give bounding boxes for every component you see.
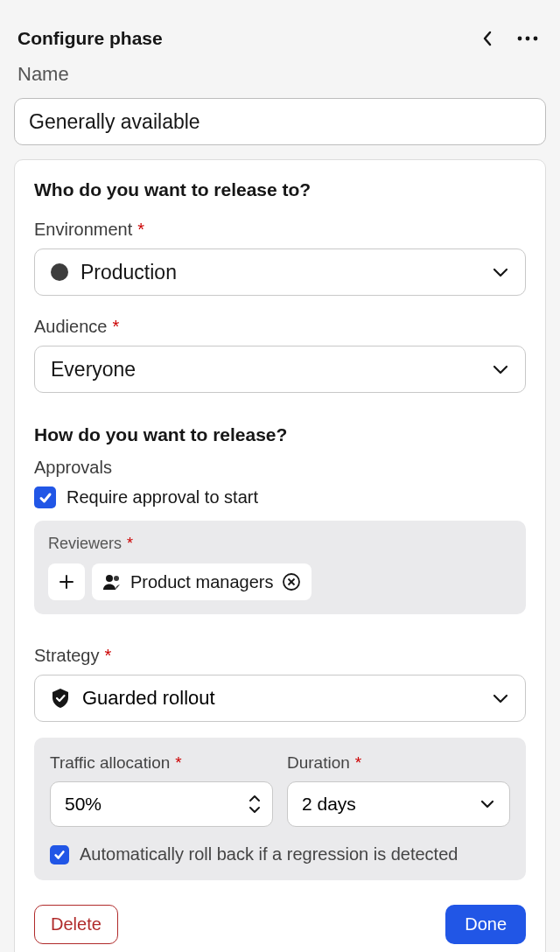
users-icon: [102, 573, 122, 591]
svg-point-5: [106, 575, 113, 582]
traffic-value: 50%: [65, 794, 102, 815]
chevron-left-icon: [481, 30, 494, 47]
back-button[interactable]: [478, 26, 497, 51]
audience-select[interactable]: Everyone: [34, 346, 526, 393]
release-how-heading: How do you want to release?: [34, 424, 526, 445]
strategy-value: Guarded rollout: [82, 687, 215, 710]
reviewer-chip: Product managers: [92, 564, 312, 600]
require-approval-checkbox[interactable]: [34, 486, 56, 508]
environment-dot-icon: [51, 263, 68, 281]
reviewers-panel: Reviewers* Product managers: [34, 521, 526, 614]
approvals-label: Approvals: [34, 458, 526, 478]
auto-rollback-label: Automatically roll back if a regression …: [80, 844, 458, 864]
release-to-heading: Who do you want to release to?: [34, 179, 526, 200]
check-icon: [38, 491, 52, 505]
more-horizontal-icon: [516, 35, 539, 42]
traffic-stepper[interactable]: 50%: [50, 781, 273, 827]
done-button[interactable]: Done: [445, 905, 526, 944]
auto-rollback-checkbox[interactable]: [50, 845, 69, 864]
duration-label: Duration*: [287, 753, 510, 773]
strategy-label: Strategy*: [34, 646, 526, 666]
traffic-label: Traffic allocation*: [50, 753, 273, 773]
check-icon: [53, 849, 66, 861]
page-title: Configure phase: [18, 28, 163, 49]
environment-select[interactable]: Production: [34, 248, 526, 296]
chevron-down-icon[interactable]: [248, 804, 262, 815]
svg-point-2: [534, 37, 538, 41]
strategy-select[interactable]: Guarded rollout: [34, 675, 526, 722]
svg-point-1: [526, 37, 530, 41]
svg-point-6: [114, 576, 119, 581]
duration-select[interactable]: 2 days: [287, 781, 510, 827]
delete-button[interactable]: Delete: [34, 905, 118, 944]
shield-icon: [51, 688, 70, 709]
require-approval-label: Require approval to start: [66, 487, 258, 508]
guard-panel: Traffic allocation* 50% Duration*: [34, 738, 526, 880]
chevron-up-icon[interactable]: [248, 794, 262, 804]
reviewer-chip-label: Product managers: [130, 572, 273, 592]
environment-value: Production: [80, 261, 177, 284]
reviewer-remove-button[interactable]: [282, 572, 301, 592]
environment-label: Environment*: [34, 220, 526, 240]
plus-icon: [58, 573, 75, 591]
name-input[interactable]: [14, 98, 546, 145]
more-button[interactable]: [513, 32, 542, 46]
reviewers-label: Reviewers*: [48, 535, 512, 553]
svg-point-0: [518, 37, 522, 41]
add-reviewer-button[interactable]: [48, 564, 85, 600]
chevron-down-icon: [492, 266, 509, 278]
close-circle-icon: [282, 572, 301, 592]
chevron-down-icon: [492, 363, 509, 375]
chevron-down-icon: [492, 692, 509, 704]
name-field-label: Name: [14, 60, 546, 98]
audience-value: Everyone: [51, 358, 136, 382]
duration-value: 2 days: [302, 794, 356, 815]
chevron-down-icon: [480, 799, 495, 809]
audience-label: Audience*: [34, 317, 526, 337]
